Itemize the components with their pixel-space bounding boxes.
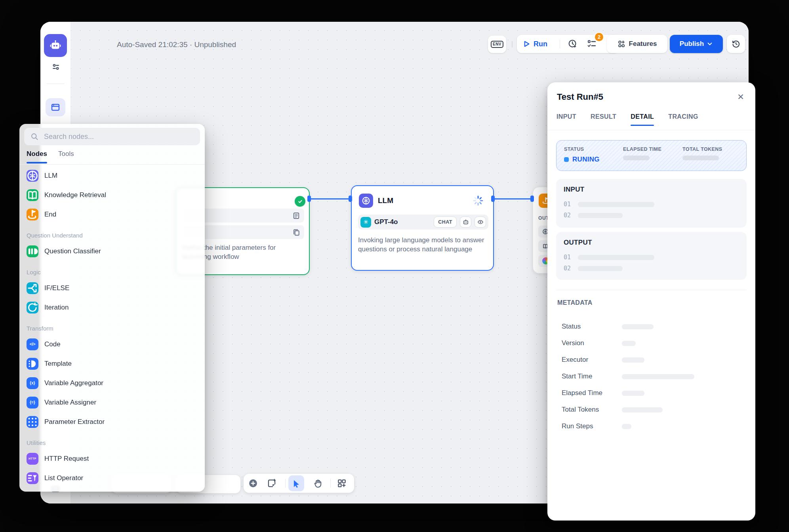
env-icon: ENV [491, 41, 503, 48]
add-nodes-panel: NodesTools LLM Knowledge Retrieval EndQu… [19, 124, 205, 492]
node-item-parameter-extractor[interactable]: Parameter Extractor [19, 412, 205, 431]
run-button[interactable]: Run [522, 35, 547, 53]
output-title: OUTPUT [564, 239, 592, 247]
autosave-status: Auto-Saved 21:02:35 · Unpublished [117, 40, 236, 49]
run-panel-title: Test Run#5 [557, 92, 603, 102]
node-item-llm[interactable]: LLM [19, 166, 205, 185]
node-item-knowledge-retrieval[interactable]: Knowledge Retrieval [19, 185, 205, 205]
tab-result[interactable]: RESULT [591, 113, 616, 126]
node-item-iteration[interactable]: Iteration [19, 298, 205, 317]
publish-button[interactable]: Publish [670, 35, 723, 53]
edge-llm-to-end [493, 198, 534, 200]
metadata-label: Total Tokens [562, 406, 622, 414]
edge-start-to-llm [310, 198, 352, 200]
app-logo-robot-icon[interactable] [44, 34, 67, 57]
node-item-label: Parameter Extractor [44, 418, 105, 426]
metadata-label: Start Time [562, 372, 622, 380]
features-button[interactable]: Features [607, 35, 667, 53]
hand-mode-button[interactable] [313, 478, 323, 488]
node-item-question-classifier[interactable]: Question Classifier [19, 241, 205, 261]
node-item-label: Iteration [44, 304, 69, 312]
tab-input[interactable]: INPUT [556, 113, 576, 126]
tab-tracing[interactable]: TRACING [668, 113, 698, 126]
llm-icon [359, 194, 373, 208]
vision-badge-icon [475, 217, 486, 228]
code-icon: </> [27, 338, 38, 350]
tab-detail[interactable]: DETAIL [631, 113, 654, 126]
ifelse-icon [27, 282, 38, 294]
metadata-row: Elapsed Time [562, 385, 746, 401]
run-group: Run 2 [517, 35, 619, 53]
search-input[interactable] [43, 132, 194, 141]
node-item-template[interactable]: Template [19, 354, 205, 373]
value-skeleton [578, 266, 623, 271]
node-item-list-operator[interactable]: List Operator [19, 468, 205, 488]
pointer-mode-button[interactable] [288, 475, 304, 491]
knowledge-icon [27, 189, 38, 201]
search-box[interactable] [24, 128, 200, 145]
play-icon [522, 40, 530, 48]
llm-node-title: LLM [378, 196, 393, 205]
iteration-icon [27, 302, 38, 314]
metadata-skeleton [622, 424, 631, 429]
node-item-end[interactable]: End [19, 205, 205, 224]
llm-node-input-handle[interactable] [349, 196, 352, 202]
pill-divider [560, 40, 560, 48]
env-button[interactable]: ENV [488, 36, 506, 53]
copy-icon [292, 228, 300, 236]
node-item-label: Code [44, 340, 61, 348]
nodes-panel-tabs: NodesTools [27, 150, 74, 163]
classifier-icon [27, 245, 38, 257]
start-node-output-handle[interactable] [307, 196, 311, 202]
metadata-label: Version [562, 339, 622, 347]
tab-tools[interactable]: Tools [58, 150, 74, 163]
run-history-icon[interactable] [568, 39, 578, 49]
value-skeleton [578, 213, 623, 218]
preferences-sliders-icon[interactable] [51, 62, 61, 72]
metadata-row: Start Time [562, 368, 746, 385]
node-item-http-request[interactable]: HTTP HTTP Request [19, 449, 205, 468]
metadata-label: Executor [562, 356, 622, 364]
toolbar-separator [512, 41, 513, 48]
node-item-label: Variable Assigner [44, 399, 96, 407]
run-panel-tabs: INPUTRESULTDETAILTRACING [556, 113, 698, 126]
close-icon[interactable]: ✕ [735, 91, 747, 103]
tab-nodes[interactable]: Nodes [27, 150, 47, 163]
node-item-code[interactable]: </> Code [19, 334, 205, 354]
row-index: 02 [564, 265, 571, 272]
add-note-button[interactable] [267, 478, 277, 488]
version-history-button[interactable] [727, 35, 745, 53]
llm-node-description: Invoking large language models to answer… [358, 236, 488, 254]
metadata-row: Executor [562, 352, 746, 368]
node-item-label: IF/ELSE [44, 284, 69, 292]
node-item-if-else[interactable]: IF/ELSE [19, 278, 205, 298]
template-icon [27, 358, 38, 370]
llm-node[interactable]: LLM ✳ GPT-4o CHAT Invoking large languag… [351, 185, 494, 271]
var-ass-icon: {=} [27, 397, 38, 408]
llm-node-output-handle[interactable] [491, 196, 495, 202]
tokens-skeleton [682, 156, 719, 160]
run-label: Run [534, 40, 547, 48]
node-item-label: LLM [44, 172, 57, 180]
list-op-icon [27, 472, 38, 484]
metadata-label: Run Steps [562, 422, 622, 430]
organize-nodes-button[interactable] [337, 478, 347, 488]
node-item-variable-aggregator[interactable]: {x} Variable Aggregator [19, 373, 205, 393]
node-item-label: HTTP Request [44, 455, 89, 463]
add-node-button[interactable] [248, 478, 258, 488]
metadata-skeleton [622, 407, 663, 412]
end-flag-icon [27, 209, 38, 220]
end-node-input-handle[interactable] [530, 196, 534, 202]
metadata-row: Version [562, 335, 746, 352]
row-index: 01 [564, 201, 571, 208]
model-selector[interactable]: ✳ GPT-4o CHAT [358, 215, 488, 230]
io-row: 02 [564, 265, 623, 272]
node-item-variable-assigner[interactable]: {=} Variable Assigner [19, 393, 205, 412]
metadata-row: Total Tokens [562, 401, 746, 418]
value-skeleton [578, 255, 654, 260]
row-index: 02 [564, 212, 571, 219]
metadata-skeleton [622, 374, 694, 379]
search-icon [30, 133, 38, 141]
io-row: 01 [564, 254, 654, 261]
workflow-window-icon[interactable] [46, 98, 65, 116]
